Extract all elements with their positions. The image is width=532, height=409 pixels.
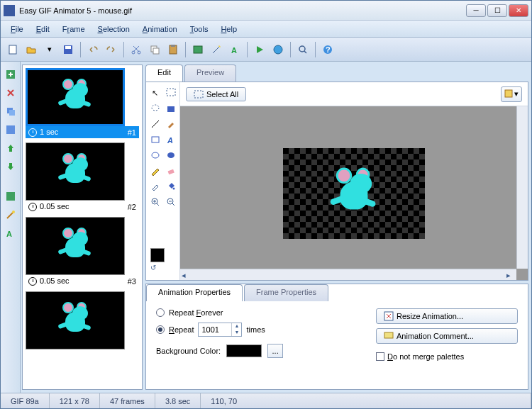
brush-icon[interactable] (165, 118, 177, 130)
svg-rect-38 (384, 332, 393, 338)
bg-color-swatch[interactable] (226, 344, 262, 357)
lasso-icon[interactable] (149, 102, 162, 115)
copy-icon[interactable] (147, 42, 162, 57)
marquee-icon[interactable] (165, 86, 177, 99)
pencil-icon[interactable] (149, 164, 162, 177)
frame-number: #3 (128, 277, 136, 286)
save-icon[interactable] (60, 42, 76, 57)
menu-animation[interactable]: Animation (137, 23, 183, 35)
repeat-count-input[interactable] (199, 323, 231, 336)
resize-animation-button[interactable]: Resize Animation... (376, 308, 518, 324)
close-button[interactable]: ✕ (509, 4, 528, 17)
text-icon[interactable]: A (227, 42, 243, 57)
frame-thumb[interactable] (26, 291, 139, 349)
select-all-button[interactable]: Select All (186, 87, 246, 101)
menu-file[interactable]: File (5, 23, 29, 35)
statusbar: GIF 89a 121 x 78 47 frames 3.8 sec 110, … (1, 393, 531, 408)
wand-icon[interactable] (4, 208, 18, 222)
add-frame-icon[interactable] (4, 67, 18, 82)
side-toolbar: A (1, 62, 21, 393)
rect-icon[interactable] (149, 133, 162, 146)
tab-animation-properties[interactable]: Animation Properties (146, 284, 243, 301)
frame-thumb[interactable]: 1 sec#1 (26, 68, 139, 138)
tab-edit[interactable]: Edit (145, 65, 183, 82)
ellipse-icon[interactable] (149, 149, 162, 162)
zoom-icon[interactable] (295, 42, 311, 57)
vertical-scrollbar[interactable] (516, 106, 528, 269)
wizard-icon[interactable] (209, 42, 224, 57)
foreground-color[interactable] (150, 248, 165, 262)
zoom-out-icon[interactable] (165, 196, 177, 208)
repeat-count-spinner[interactable]: ▲▼ (198, 323, 242, 337)
eraser-icon[interactable] (165, 164, 177, 177)
svg-rect-17 (9, 110, 15, 116)
move-up-icon[interactable] (4, 141, 18, 155)
svg-rect-26 (167, 106, 174, 112)
spin-up-icon[interactable]: ▲ (232, 323, 241, 330)
help-icon[interactable]: ? (320, 42, 336, 57)
delete-frame-icon[interactable] (4, 86, 18, 100)
clock-icon (28, 277, 37, 286)
radio-repeat[interactable] (156, 325, 165, 334)
image-icon[interactable] (190, 42, 206, 57)
svg-point-11 (274, 45, 282, 54)
canvas[interactable] (283, 148, 425, 239)
svg-rect-8 (171, 45, 175, 47)
menu-frame[interactable]: Frame (57, 23, 91, 35)
svg-rect-18 (6, 125, 15, 134)
insert-icon[interactable] (4, 123, 18, 137)
menu-edit[interactable]: Edit (31, 23, 55, 35)
animation-comment-button[interactable]: Animation Comment... (376, 328, 518, 344)
play-icon[interactable] (252, 42, 267, 57)
menu-selection[interactable]: Selection (92, 23, 135, 35)
text-tool-icon[interactable]: A (4, 226, 18, 240)
svg-rect-20 (9, 163, 12, 167)
fill-icon[interactable] (165, 102, 177, 115)
tab-frame-properties[interactable]: Frame Properties (244, 284, 328, 301)
duplicate-icon[interactable] (4, 104, 18, 118)
svg-rect-35 (194, 91, 203, 98)
frames-list[interactable]: 1 sec#1 0.05 sec#2 0.05 sec#3 (22, 65, 143, 390)
tab-preview[interactable]: Preview (184, 65, 236, 82)
frame-thumb[interactable]: 0.05 sec#3 (26, 217, 139, 287)
undo-icon[interactable] (85, 42, 101, 57)
dropdown-icon[interactable]: ▾ (42, 42, 57, 57)
open-icon[interactable] (23, 42, 39, 57)
effects-icon[interactable] (4, 189, 18, 203)
svg-rect-27 (152, 137, 159, 142)
maximize-button[interactable]: ☐ (487, 4, 507, 17)
new-icon[interactable] (5, 42, 21, 57)
frame-number: #2 (128, 203, 136, 211)
frame-thumb[interactable]: 0.05 sec#2 (26, 142, 139, 213)
zoom-in-icon[interactable] (149, 196, 162, 208)
swap-colors-icon[interactable]: ↺ (150, 264, 175, 271)
menu-help[interactable]: Help (215, 23, 243, 35)
svg-text:?: ? (326, 45, 331, 54)
filled-ellipse-icon[interactable] (165, 149, 177, 162)
text-icon[interactable]: A (165, 133, 177, 146)
merge-palettes-checkbox[interactable] (376, 352, 384, 361)
repeat-label: Repeat (169, 325, 194, 334)
bucket-icon[interactable] (165, 180, 177, 193)
cut-icon[interactable] (128, 42, 144, 57)
eyedropper-icon[interactable] (149, 180, 162, 193)
browser-icon[interactable] (270, 42, 286, 57)
menu-tools[interactable]: Tools (184, 23, 214, 35)
pointer-icon[interactable]: ↖ (149, 86, 162, 99)
radio-repeat-forever[interactable] (156, 308, 165, 317)
clock-icon (28, 203, 37, 211)
canvas-viewport[interactable]: ◂▸ (180, 106, 528, 280)
bg-color-picker-button[interactable]: ... (267, 344, 283, 358)
spin-down-icon[interactable]: ▼ (232, 330, 241, 336)
svg-rect-24 (167, 89, 175, 96)
minimize-button[interactable]: ─ (466, 4, 486, 17)
horizontal-scrollbar[interactable]: ◂▸ (180, 269, 516, 280)
main-toolbar: ▾ A ? (1, 38, 531, 62)
svg-rect-36 (505, 90, 512, 97)
line-icon[interactable] (149, 118, 162, 130)
options-dropdown[interactable]: ▾ (501, 86, 522, 102)
redo-icon[interactable] (104, 42, 119, 57)
move-down-icon[interactable] (4, 159, 18, 174)
paste-icon[interactable] (165, 42, 181, 57)
svg-rect-19 (9, 148, 12, 152)
